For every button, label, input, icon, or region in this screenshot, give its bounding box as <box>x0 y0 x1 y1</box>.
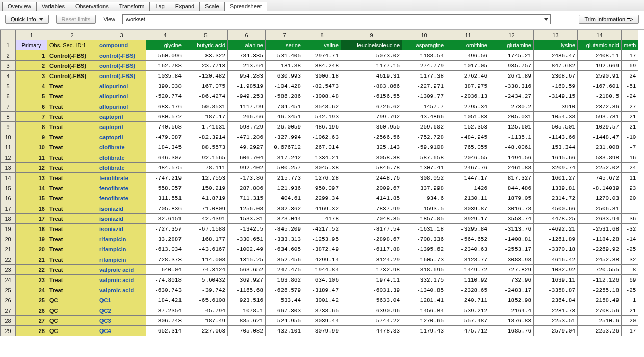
cell-compound[interactable]: control(-FBS) <box>97 61 146 71</box>
row-number[interactable]: 8 <box>1 112 16 122</box>
cell-value[interactable]: 2974.71 <box>303 50 341 61</box>
cell-value[interactable]: 332.175 <box>402 275 446 285</box>
cell-value[interactable]: -27 <box>622 101 638 112</box>
cell-obs[interactable]: Treat <box>47 265 97 275</box>
cell-compound[interactable]: fenofibrate <box>97 193 146 203</box>
cell-value[interactable]: 163.862 <box>266 275 303 285</box>
cell-value[interactable]: 935.757 <box>490 61 534 71</box>
cell-primary[interactable]: 6 <box>16 101 47 112</box>
row-number[interactable]: 20 <box>1 234 16 244</box>
cell-value[interactable]: -705.836 <box>146 203 184 214</box>
cell-primary[interactable]: 10 <box>16 142 47 152</box>
cell-value[interactable]: 806.743 <box>146 316 184 326</box>
col-number[interactable]: 7 <box>266 30 303 40</box>
cell-obs[interactable]: Treat <box>47 101 97 112</box>
cell-primary[interactable]: 16 <box>16 203 47 214</box>
cell-obs[interactable]: QC <box>47 326 97 336</box>
cell-value[interactable]: 533.44 <box>266 295 303 305</box>
cell-obs[interactable]: Treat <box>47 285 97 295</box>
cell-value[interactable]: 2486.47 <box>534 50 578 61</box>
cell-value[interactable]: -25 <box>622 285 638 295</box>
cell-value[interactable]: 404.61 <box>266 193 303 203</box>
cell-compound[interactable]: valproic acid <box>97 275 146 285</box>
tab-observations[interactable]: Observations <box>70 2 114 11</box>
cell-value[interactable]: 192.669 <box>578 61 622 71</box>
cell-value[interactable]: 873.044 <box>266 214 303 224</box>
cell-value[interactable]: 4478.25 <box>534 214 578 224</box>
cell-obs[interactable]: Treat <box>47 142 97 152</box>
cell-value[interactable]: 667.303 <box>266 305 303 316</box>
cell-value[interactable]: 3929.17 <box>446 214 490 224</box>
cell-value[interactable]: 21 <box>622 112 638 122</box>
cell-value[interactable]: 720.555 <box>578 265 622 275</box>
cell-value[interactable]: -2252.02 <box>578 163 622 173</box>
cell-value[interactable]: 634.106 <box>303 275 341 285</box>
cell-obs[interactable]: Treat <box>47 163 97 173</box>
compound-header[interactable]: compound <box>97 40 146 50</box>
cell-value[interactable]: 2164.4 <box>490 305 534 316</box>
cell-value[interactable]: -43.4866 <box>402 112 446 122</box>
cell-value[interactable]: 1054.38 <box>534 112 578 122</box>
row-number[interactable]: 18 <box>1 214 16 224</box>
cell-value[interactable]: -1395.62 <box>402 244 446 254</box>
row-number[interactable]: 22 <box>1 254 16 265</box>
cell-value[interactable]: 1876.83 <box>490 316 534 326</box>
col-number[interactable] <box>1 30 16 40</box>
cell-value[interactable]: 266.66 <box>228 112 266 122</box>
cell-value[interactable]: 2510.6 <box>578 316 622 326</box>
cell-value[interactable]: -2372.86 <box>578 101 622 112</box>
cell-value[interactable]: -21 <box>622 122 638 132</box>
cell-value[interactable]: -48.0061 <box>490 142 534 152</box>
cell-value[interactable]: -4692.21 <box>534 224 578 234</box>
cell-primary[interactable]: 5 <box>16 91 47 101</box>
cell-value[interactable]: 799.792 <box>341 112 402 122</box>
cell-value[interactable]: -1944.84 <box>303 265 341 275</box>
cell-primary[interactable]: 17 <box>16 214 47 224</box>
cell-value[interactable]: 213.64 <box>228 61 266 71</box>
col-number[interactable]: 3 <box>97 30 146 40</box>
cell-value[interactable]: -4299.14 <box>303 254 341 265</box>
cell-value[interactable]: -8124.29 <box>341 254 402 265</box>
cell-primary[interactable]: 12 <box>16 163 47 173</box>
cell-primary[interactable]: 8 <box>16 122 47 132</box>
cell-value[interactable]: 524.955 <box>266 316 303 326</box>
cell-value[interactable]: 287.886 <box>228 183 266 193</box>
cell-value[interactable]: -4500.66 <box>534 203 578 214</box>
var-header[interactable]: glutamine <box>490 40 534 50</box>
cell-value[interactable]: 36 <box>622 214 638 224</box>
cell-value[interactable]: 78.111 <box>184 163 228 173</box>
cell-compound[interactable]: captopril <box>97 112 146 122</box>
col-number[interactable] <box>622 30 638 40</box>
cell-value[interactable]: 1276.28 <box>303 173 341 183</box>
cell-value[interactable]: 1179.43 <box>402 326 446 336</box>
cell-compound[interactable]: clofibrate <box>97 152 146 163</box>
cell-value[interactable]: -2898.67 <box>341 234 402 244</box>
cell-value[interactable]: 12.7553 <box>184 173 228 183</box>
trim-info-button[interactable]: Trim Information => <box>579 15 639 24</box>
cell-value[interactable]: 49.2927 <box>228 142 266 152</box>
cell-value[interactable]: -120.482 <box>184 71 228 81</box>
cell-value[interactable]: -2328.65 <box>446 285 490 295</box>
cell-value[interactable]: 4178 <box>303 214 341 224</box>
cell-compound[interactable]: fenofibrate <box>97 173 146 183</box>
cell-value[interactable]: 1051.83 <box>446 112 490 122</box>
cell-obs[interactable]: Treat <box>47 132 97 142</box>
cell-value[interactable]: 1879.05 <box>490 193 534 203</box>
cell-value[interactable]: 2671.89 <box>490 71 534 81</box>
cell-value[interactable]: 150.219 <box>184 183 228 193</box>
cell-value[interactable]: 1188.54 <box>402 50 446 61</box>
cell-value[interactable]: -1165.68 <box>228 285 266 295</box>
cell-value[interactable]: 3058.88 <box>341 152 402 163</box>
col-number[interactable]: 12 <box>490 30 534 40</box>
var-header[interactable]: alanine <box>228 40 266 50</box>
cell-compound[interactable]: allopurinol <box>97 81 146 91</box>
cell-value[interactable]: 1339.81 <box>534 183 578 193</box>
cell-primary[interactable]: 22 <box>16 265 47 275</box>
cell-value[interactable]: 2590.91 <box>578 71 622 81</box>
cell-value[interactable]: 630.993 <box>266 71 303 81</box>
cell-value[interactable]: 3738.65 <box>303 305 341 316</box>
col-number[interactable]: 9 <box>341 30 402 40</box>
cell-value[interactable]: 1 <box>622 295 638 305</box>
cell-value[interactable]: 923.516 <box>228 295 266 305</box>
cell-value[interactable]: -740.568 <box>146 122 184 132</box>
